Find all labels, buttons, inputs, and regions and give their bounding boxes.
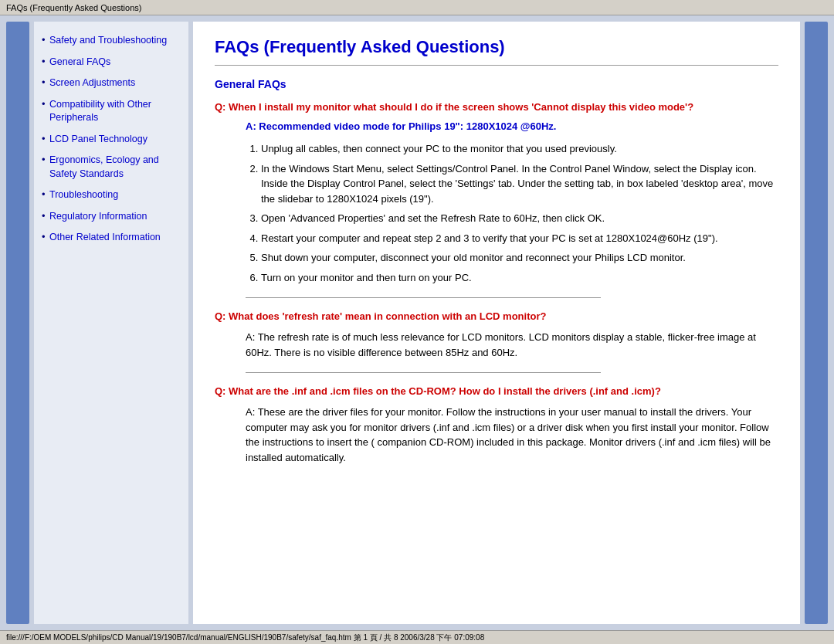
sidebar-link[interactable]: General FAQs [49, 56, 110, 67]
status-bar-text: file:///F:/OEM MODELS/philips/CD Manual/… [6, 632, 484, 643]
sidebar-item: Ergonomics, Ecology and Safety Standards [42, 154, 181, 181]
sidebar-link[interactable]: Regulatory Information [49, 211, 147, 222]
question-3: Q: What are the .inf and .icm files on t… [215, 385, 778, 397]
sidebar-item: General FAQs [42, 56, 181, 69]
divider-2 [246, 372, 601, 373]
sidebar-item: Compatibility with Other Peripherals [42, 98, 181, 125]
sidebar-link[interactable]: Other Related Information [49, 232, 161, 242]
title-bar-text: FAQs (Frequently Asked Questions) [6, 3, 141, 12]
page-title: FAQs (Frequently Asked Questions) [215, 37, 778, 57]
answer-1-highlight: A: Recommended video mode for Philips 19… [246, 120, 778, 132]
section-title: General FAQs [215, 78, 778, 90]
divider-1 [246, 297, 601, 298]
sidebar-item: Other Related Information [42, 231, 181, 245]
answer-step: Restart your computer and repeat step 2 … [261, 231, 778, 246]
sidebar-item: Safety and Troubleshooting [42, 34, 181, 48]
left-decorative-strip [6, 22, 29, 624]
title-bar: FAQs (Frequently Asked Questions) [0, 0, 834, 15]
sidebar-link[interactable]: Ergonomics, Ecology and Safety Standards [49, 154, 159, 179]
answer-3-text: A: These are the driver files for your m… [246, 405, 778, 465]
status-bar: file:///F:/OEM MODELS/philips/CD Manual/… [0, 630, 834, 644]
sidebar-link[interactable]: LCD Panel Technology [49, 134, 147, 144]
right-decorative-strip [805, 22, 828, 624]
content-area: FAQs (Frequently Asked Questions) Genera… [193, 22, 800, 624]
sidebar-item: Screen Adjustments [42, 76, 181, 90]
sidebar-item: Troubleshooting [42, 188, 181, 202]
sidebar-item: Regulatory Information [42, 210, 181, 224]
answer-step: Open 'Advanced Properties' and set the R… [261, 211, 778, 226]
answer-1-steps: Unplug all cables, then connect your PC … [261, 141, 778, 285]
answer-step: Turn on your monitor and then turn on yo… [261, 270, 778, 286]
sidebar-link[interactable]: Troubleshooting [49, 189, 118, 200]
sidebar-link[interactable]: Safety and Troubleshooting [49, 35, 167, 46]
answer-2-text: A: The refresh rate is of much less rele… [246, 330, 778, 360]
answer-2-content: A: The refresh rate is of much less rele… [246, 331, 756, 358]
title-divider [215, 65, 778, 66]
question-1: Q: When I install my monitor what should… [215, 101, 778, 113]
sidebar-link[interactable]: Screen Adjustments [49, 77, 135, 88]
answer-3-content: A: These are the driver files for your m… [246, 406, 771, 463]
question-2: Q: What does 'refresh rate' mean in conn… [215, 310, 778, 322]
main-layout: Safety and TroubleshootingGeneral FAQsSc… [0, 15, 834, 630]
sidebar-item: LCD Panel Technology [42, 133, 181, 147]
sidebar: Safety and TroubleshootingGeneral FAQsSc… [34, 22, 188, 624]
sidebar-nav-list: Safety and TroubleshootingGeneral FAQsSc… [42, 34, 181, 245]
answer-step: Unplug all cables, then connect your PC … [261, 141, 778, 157]
sidebar-link[interactable]: Compatibility with Other Peripherals [49, 99, 151, 124]
answer-step: In the Windows Start Menu, select Settin… [261, 161, 778, 207]
answer-step: Shut down your computer, disconnect your… [261, 250, 778, 266]
